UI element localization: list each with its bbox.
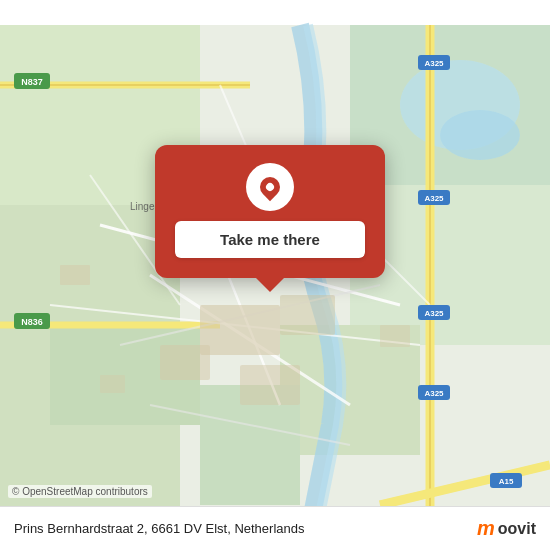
svg-rect-45 xyxy=(60,265,90,285)
svg-text:A325: A325 xyxy=(424,59,444,68)
svg-text:A325: A325 xyxy=(424,194,444,203)
svg-rect-42 xyxy=(240,365,300,405)
svg-rect-46 xyxy=(100,375,125,393)
pin-shape xyxy=(256,173,284,201)
take-me-there-button[interactable]: Take me there xyxy=(175,221,365,258)
location-pin-icon xyxy=(246,163,294,211)
moovit-logo: moovit xyxy=(477,517,536,540)
moovit-m-letter: m xyxy=(477,517,495,540)
svg-rect-44 xyxy=(280,295,335,335)
bottom-bar: Prins Bernhardstraat 2, 6661 DV Elst, Ne… xyxy=(0,506,550,550)
moovit-text: oovit xyxy=(498,520,536,538)
svg-rect-47 xyxy=(380,325,410,347)
svg-text:N837: N837 xyxy=(21,77,43,87)
svg-text:N836: N836 xyxy=(21,317,43,327)
address-label: Prins Bernhardstraat 2, 6661 DV Elst, Ne… xyxy=(14,521,304,536)
location-popup: Take me there xyxy=(155,145,385,278)
map-attribution: © OpenStreetMap contributors xyxy=(8,485,152,498)
svg-rect-43 xyxy=(160,345,210,380)
svg-text:Linge: Linge xyxy=(130,201,155,212)
map-container: N837 N836 A325 A325 A325 A325 A15 Linge xyxy=(0,0,550,550)
svg-text:A15: A15 xyxy=(499,477,514,486)
svg-point-10 xyxy=(440,110,520,160)
svg-text:A325: A325 xyxy=(424,389,444,398)
svg-text:A325: A325 xyxy=(424,309,444,318)
svg-rect-41 xyxy=(200,305,280,355)
